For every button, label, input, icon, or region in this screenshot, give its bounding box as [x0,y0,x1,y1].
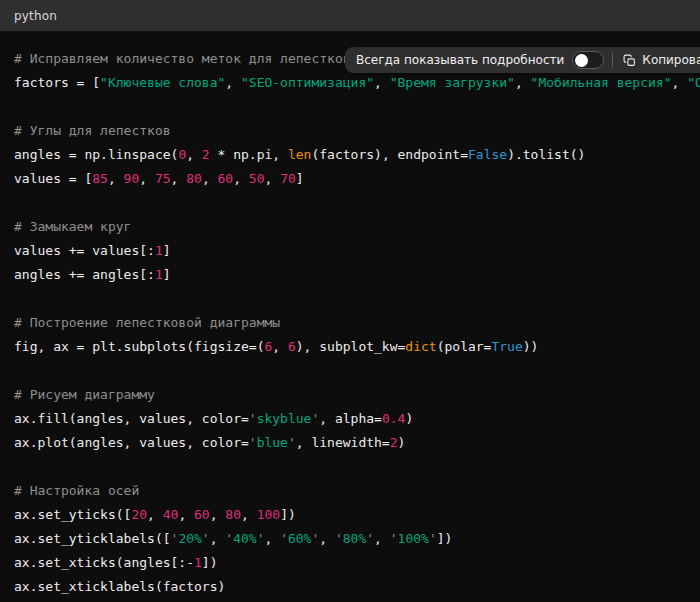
code-line: angles = np.linspace(0, 2 * np.pi, len(f… [14,143,700,167]
code-line [14,455,700,479]
always-show-details-toggle[interactable] [572,51,604,69]
code-area: # Исправляем количество меток для лепест… [0,31,700,602]
code-line [14,95,700,119]
toggle-knob [575,54,588,67]
code-line [14,191,700,215]
always-show-details-label: Всегда показывать подробности [356,53,564,67]
language-label: python [14,9,57,23]
copy-code-button[interactable]: Копировать код [621,53,700,67]
code-line: ax.set_yticklabels(['20%', '40%', '60%',… [14,527,700,551]
chat-code-screenshot: { "header": { "language_label": "python"… [0,0,700,602]
code-line: fig, ax = plt.subplots(figsize=(6, 6), s… [14,335,700,359]
code-line: values += values[:1] [14,239,700,263]
code-line: factors = ["Ключевые слова", "SEO-оптими… [14,71,700,95]
code-line: angles += angles[:1] [14,263,700,287]
copy-code-label: Копировать код [642,53,700,67]
code-line: ax.set_yticks([20, 40, 60, 80, 100]) [14,503,700,527]
code-line: # Углы для лепестков [14,119,700,143]
code-lines: # Исправляем количество меток для лепест… [14,47,700,599]
code-line: # Построение лепестковой диаграммы [14,311,700,335]
code-line: # Рисуем диаграмму [14,383,700,407]
code-line: ax.set_xticklabels(factors) [14,575,700,599]
code-toolbar: Всегда показывать подробности Копировать… [345,47,700,73]
code-line: # Настройка осей [14,479,700,503]
code-line: # Замыкаем круг [14,215,700,239]
code-line: ax.set_xticks(angles[:-1]) [14,551,700,575]
code-line: ax.plot(angles, values, color='blue', li… [14,431,700,455]
code-line: values = [85, 90, 75, 80, 60, 50, 70] [14,167,700,191]
code-line: ax.fill(angles, values, color='skyblue',… [14,407,700,431]
code-block-header: python [0,0,700,31]
code-line [14,287,700,311]
toolbar-divider [612,53,613,67]
copy-icon [623,54,636,67]
code-line [14,359,700,383]
